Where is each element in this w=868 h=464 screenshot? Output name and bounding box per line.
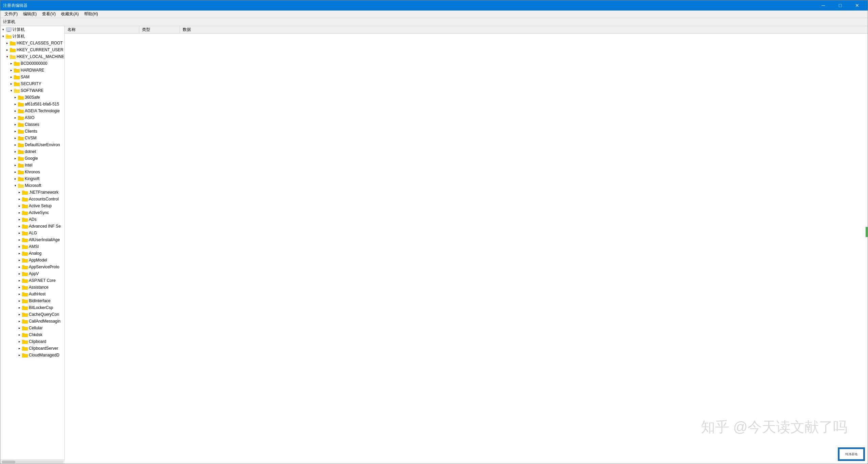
tree-item-hkey_classes_root[interactable]: ▸ HKEY_CLASSES_ROOT [0, 40, 64, 46]
tree-item-cvsm[interactable]: ▸ CVSM [0, 135, 64, 141]
tree-item-google[interactable]: ▸ Google [0, 155, 64, 162]
expander-bidinterface[interactable]: ▸ [17, 298, 22, 304]
expander-activesync[interactable]: ▸ [17, 210, 22, 215]
expander-360safe[interactable]: ▸ [13, 95, 18, 100]
minimize-button[interactable]: ─ [815, 0, 831, 11]
expander-khronos[interactable]: ▸ [13, 169, 18, 175]
expander-clipboard[interactable]: ▸ [17, 339, 22, 344]
expander-hkey_local_machine[interactable]: ▾ [4, 54, 10, 59]
expander-clipboardserver[interactable]: ▸ [17, 346, 22, 351]
tree-item-af61[interactable]: ▸ af61d581-bfa6-515 [0, 101, 64, 108]
expander-cvsm[interactable]: ▸ [13, 135, 18, 141]
expander-sam[interactable]: ▸ [8, 74, 14, 80]
expander-af61[interactable]: ▸ [13, 101, 18, 107]
tree-panel[interactable]: ▾ 计算机 ▾ 计算机▸ HKEY_CLASSES_ROOT▸ HKEY_CUR… [0, 26, 65, 464]
expander-hardware[interactable]: ▸ [8, 67, 14, 73]
tree-item-security[interactable]: ▸ SECURITY [0, 80, 64, 87]
expander-alluserinstallag[interactable]: ▸ [17, 237, 22, 243]
expander-hkey_classes_root[interactable]: ▸ [4, 40, 10, 46]
expander-appserviceproto[interactable]: ▸ [17, 264, 22, 270]
tree-item-alg[interactable]: ▸ ALG [0, 230, 64, 236]
expander-advancedinf[interactable]: ▸ [17, 224, 22, 229]
expander-asio[interactable]: ▸ [13, 115, 18, 120]
horizontal-scrollbar[interactable] [0, 460, 65, 464]
tree-item-clipboardserver[interactable]: ▸ ClipboardServer [0, 345, 64, 352]
expander-bitlockercsp[interactable]: ▸ [17, 305, 22, 310]
expander-classes[interactable]: ▸ [13, 122, 18, 127]
maximize-button[interactable]: □ [832, 0, 848, 11]
tree-item-defaultuserenv[interactable]: ▸ DefaultUserEnviron [0, 141, 64, 148]
expander-bcd[interactable]: ▸ [8, 61, 14, 66]
tree-item-360safe[interactable]: ▸ 360Safe [0, 94, 64, 101]
tree-item-sam[interactable]: ▸ SAM [0, 74, 64, 80]
menubar-item[interactable]: 文件(F) [2, 11, 20, 18]
tree-item-microsoft[interactable]: ▾ Microsoft [0, 182, 64, 189]
expander-amsi[interactable]: ▸ [17, 244, 22, 249]
expander-ageia[interactable]: ▸ [13, 108, 18, 114]
expander-ads[interactable]: ▸ [17, 217, 22, 222]
expander-cloudmanagedd[interactable]: ▸ [17, 352, 22, 358]
tree-item-hardware[interactable]: ▸ HARDWARE [0, 67, 64, 74]
tree-item-dotnet[interactable]: ▸ dotnet [0, 148, 64, 155]
expander-hkey_current_user[interactable]: ▸ [4, 47, 10, 53]
tree-item-analog[interactable]: ▸ Analog [0, 250, 64, 257]
expander-accountscontrol[interactable]: ▸ [17, 196, 22, 202]
tree-item-alluserinstallag[interactable]: ▸ AllUserInstallAge [0, 236, 64, 243]
menubar-item[interactable]: 编辑(E) [20, 11, 39, 18]
tree-item-clients[interactable]: ▸ Clients [0, 128, 64, 135]
tree-item-bcd[interactable]: ▸ BCD00000000 [0, 60, 64, 67]
tree-item-advancedinf[interactable]: ▸ Advanced INF Se [0, 223, 64, 230]
expander-defaultuserenv[interactable]: ▸ [13, 142, 18, 148]
tree-item-aspnetcore[interactable]: ▸ ASP.NET Core [0, 277, 64, 284]
expander-google[interactable]: ▸ [13, 156, 18, 161]
tree-item-chkdsk[interactable]: ▸ Chkdsk [0, 331, 64, 338]
tree-item-bitlockercsp[interactable]: ▸ BitLockerCsp [0, 304, 64, 311]
tree-item-ads[interactable]: ▸ ADs [0, 216, 64, 223]
tree-item-netframework[interactable]: ▸ .NETFramework [0, 189, 64, 196]
expander-netframework[interactable]: ▸ [17, 190, 22, 195]
expander-callandmessag[interactable]: ▸ [17, 318, 22, 324]
tree-item-cloudmanagedd[interactable]: ▸ CloudManagedD [0, 352, 64, 359]
tree-item-computer[interactable]: ▾ 计算机 [0, 33, 64, 40]
tree-item-cellular[interactable]: ▸ Cellular [0, 325, 64, 331]
expander-kingsoft[interactable]: ▸ [13, 176, 18, 181]
tree-item-ageia[interactable]: ▸ AGEIA Technologie [0, 108, 64, 114]
expander-clients[interactable]: ▸ [13, 129, 18, 134]
tree-item-clipboard[interactable]: ▸ Clipboard [0, 338, 64, 345]
expander-authhost[interactable]: ▸ [17, 291, 22, 297]
tree-item-appmodel[interactable]: ▸ AppModel [0, 257, 64, 264]
expander-computer[interactable]: ▾ [0, 27, 6, 32]
expander-computer[interactable]: ▾ [0, 34, 6, 39]
expander-chkdsk[interactable]: ▸ [17, 332, 22, 337]
tree-item-computer[interactable]: ▾ 计算机 [0, 26, 64, 33]
tree-item-classes[interactable]: ▸ Classes [0, 121, 64, 128]
tree-item-appv[interactable]: ▸ AppV [0, 270, 64, 277]
expander-intel[interactable]: ▸ [13, 162, 18, 168]
menubar-item[interactable]: 收藏夹(A) [58, 11, 81, 18]
tree-item-activesync[interactable]: ▸ ActiveSync [0, 209, 64, 216]
tree-item-intel[interactable]: ▸ Intel [0, 162, 64, 169]
expander-cachequeriend[interactable]: ▸ [17, 312, 22, 317]
menubar-item[interactable]: 查看(V) [39, 11, 58, 18]
tree-item-cachequeriend[interactable]: ▸ CacheQueryCon [0, 311, 64, 318]
expander-security[interactable]: ▸ [8, 81, 14, 86]
tree-item-asio[interactable]: ▸ ASIO [0, 114, 64, 121]
expander-cellular[interactable]: ▸ [17, 325, 22, 331]
menubar-item[interactable]: 帮助(H) [81, 11, 101, 18]
tree-item-bidinterface[interactable]: ▸ BidInterface [0, 297, 64, 304]
tree-item-software[interactable]: ▾ SOFTWARE [0, 87, 64, 94]
tree-item-callandmessag[interactable]: ▸ CallAndMessagin [0, 318, 64, 325]
tree-item-kingsoft[interactable]: ▸ Kingsoft [0, 175, 64, 182]
tree-item-appserviceproto[interactable]: ▸ AppServiceProto [0, 264, 64, 270]
tree-item-activesetup[interactable]: ▸ Active Setup [0, 202, 64, 209]
expander-alg[interactable]: ▸ [17, 230, 22, 236]
close-button[interactable]: ✕ [849, 0, 865, 11]
tree-item-amsi[interactable]: ▸ AMSI [0, 243, 64, 250]
expander-appmodel[interactable]: ▸ [17, 257, 22, 263]
tree-item-accountscontrol[interactable]: ▸ AccountsControl [0, 196, 64, 202]
expander-aspnetcore[interactable]: ▸ [17, 278, 22, 283]
expander-appv[interactable]: ▸ [17, 271, 22, 276]
expander-microsoft[interactable]: ▾ [13, 183, 18, 188]
expander-activesetup[interactable]: ▸ [17, 203, 22, 209]
expander-software[interactable]: ▾ [8, 88, 14, 93]
